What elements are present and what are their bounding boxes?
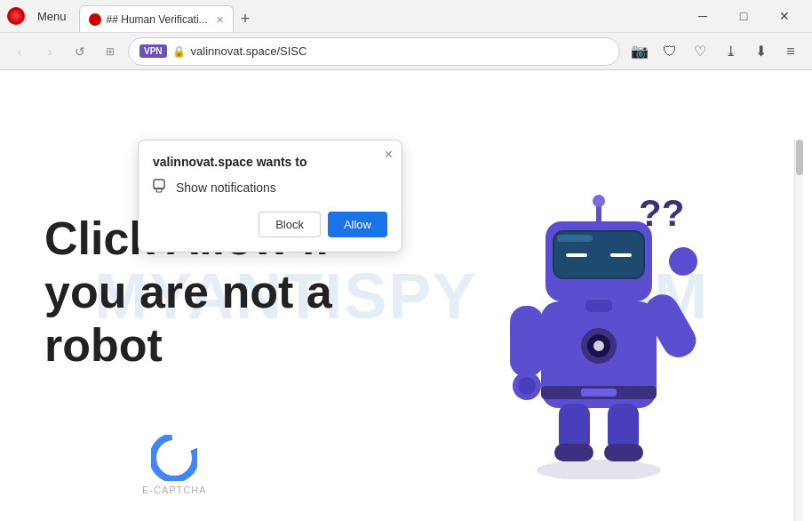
popup-title: valinnovat.space wants to: [153, 155, 387, 169]
opera-logo-icon: [7, 7, 25, 25]
minimize-button[interactable]: ─: [682, 0, 723, 32]
svg-text:??: ??: [639, 192, 684, 234]
active-tab[interactable]: ## Human Verificati... ×: [79, 5, 234, 32]
scrollbar[interactable]: [794, 140, 803, 521]
block-button[interactable]: Block: [259, 212, 321, 237]
menu-icon-button[interactable]: ≡: [776, 37, 805, 66]
reload-button[interactable]: ↺: [68, 39, 92, 64]
svg-rect-24: [554, 444, 593, 461]
window-controls: ─ □ ✕: [682, 0, 805, 32]
svg-rect-4: [581, 389, 617, 397]
svg-rect-17: [510, 306, 544, 377]
tab-label: ## Human Verificati...: [107, 13, 208, 26]
address-bar[interactable]: VPN 🔒 valinnovat.space/SISC: [128, 37, 620, 66]
scrollbar-thumb[interactable]: [796, 140, 803, 175]
svg-point-15: [593, 195, 605, 207]
tabs-grid-button[interactable]: ⊞: [98, 39, 123, 64]
allow-button[interactable]: Allow: [328, 212, 387, 237]
svg-rect-25: [604, 444, 643, 461]
download-button[interactable]: ⬇: [746, 37, 775, 66]
menu-button[interactable]: Menu: [32, 8, 72, 25]
heading-line2: you are not a: [44, 266, 332, 317]
heart-button[interactable]: ♡: [686, 37, 714, 66]
svg-point-19: [518, 377, 536, 395]
svg-rect-27: [154, 180, 164, 188]
vpn-badge: VPN: [139, 44, 167, 58]
lock-icon: 🔒: [172, 45, 186, 58]
ecaptcha-area: E-CAPTCHA: [142, 435, 207, 495]
svg-point-21: [669, 247, 697, 276]
svg-rect-16: [585, 300, 612, 312]
popup-close-icon[interactable]: ×: [385, 148, 393, 162]
title-bar: Menu ## Human Verificati... × + ─ □ ✕: [0, 0, 812, 32]
back-button[interactable]: ‹: [7, 39, 32, 64]
camera-button[interactable]: 📷: [625, 37, 654, 66]
forward-button[interactable]: ›: [37, 39, 62, 64]
robot-illustration: ??: [466, 124, 732, 479]
permission-label: Show notifications: [176, 180, 276, 195]
popup-permission-row: Show notifications: [153, 178, 387, 197]
url-text: valinnovat.space/SISC: [191, 44, 609, 58]
page-content: MYANTISPY .COM Click Allow if you are no…: [0, 70, 803, 521]
svg-rect-11: [557, 235, 593, 242]
robot-svg: ??: [466, 124, 732, 479]
toolbar-right: 📷 🛡 ♡ ⤓ ⬇ ≡: [625, 37, 805, 66]
notification-icon: [153, 178, 169, 197]
shield-button[interactable]: 🛡: [656, 37, 684, 66]
svg-point-0: [153, 437, 195, 479]
wallet-button[interactable]: ⤓: [716, 37, 744, 66]
svg-point-1: [537, 460, 661, 479]
close-button[interactable]: ✕: [764, 0, 805, 32]
ecaptcha-label: E-CAPTCHA: [142, 485, 207, 495]
tab-favicon-icon: [89, 13, 101, 26]
popup-buttons: Block Allow: [153, 212, 387, 237]
svg-point-7: [593, 341, 604, 351]
ecaptcha-logo-icon: [151, 435, 197, 481]
tab-bar: ## Human Verificati... × +: [79, 0, 675, 32]
notification-popup: × valinnovat.space wants to Show notific…: [138, 140, 402, 252]
new-tab-button[interactable]: +: [234, 5, 258, 32]
nav-bar: ‹ › ↺ ⊞ VPN 🔒 valinnovat.space/SISC 📷 🛡 …: [0, 32, 812, 69]
heading-line3: robot: [44, 319, 163, 371]
tab-close-icon[interactable]: ×: [217, 12, 224, 27]
maximize-button[interactable]: □: [723, 0, 764, 32]
